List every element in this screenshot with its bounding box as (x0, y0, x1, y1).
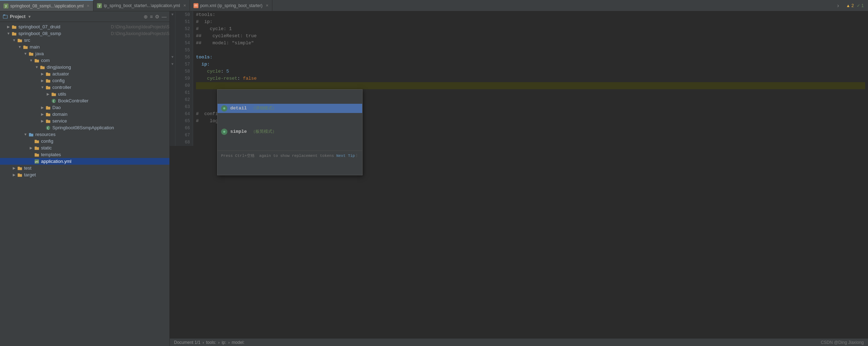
tab-overflow-button[interactable]: › (834, 2, 842, 9)
svg-point-51 (223, 131, 225, 133)
tree-item-test[interactable]: ▶ test (0, 165, 169, 171)
sidebar-project-label: Project (10, 14, 25, 19)
tree-item-domain[interactable]: ▶ domain (0, 111, 169, 118)
linenum-57: 57 (178, 61, 190, 68)
tab-pom-xml[interactable]: m pom.xml (ip_spring_boot_starter) ✕ (190, 0, 272, 11)
autocomplete-dropdown: detail （详细模式） simple （板简模式） (217, 89, 363, 175)
svg-rect-39 (35, 146, 37, 147)
tree-item-target[interactable]: ▶ target (0, 171, 169, 178)
code-lines[interactable]: #tools: # ip: # cycle: 1 ## cycleReset: … (193, 11, 868, 146)
tree-item-static[interactable]: ▶ static (0, 144, 169, 151)
label-springboot08: springboot_08_ssmp (18, 31, 109, 36)
tree-item-bookcontroller[interactable]: C BookController (0, 97, 169, 104)
ok-count[interactable]: ✓ 1 (857, 3, 864, 8)
arrow-dingjiaxiong: ▼ (34, 65, 40, 69)
tree-item-utils[interactable]: ▶ utils (0, 91, 169, 97)
linenum-65: 65 (178, 118, 190, 125)
svg-text:C: C (47, 126, 49, 130)
code-line-57: ip: (196, 61, 865, 68)
fold-57[interactable]: ▼ (170, 61, 175, 68)
folder-icon-controller (45, 85, 51, 90)
label-test: test (24, 165, 169, 171)
tab-close-1[interactable]: ✕ (87, 4, 89, 8)
arrow-domain: ▶ (40, 112, 45, 116)
svg-rect-12 (35, 59, 39, 62)
tree-item-dao[interactable]: ▶ Dao (0, 104, 169, 111)
label-java: java (35, 51, 169, 56)
warnings-area: ▲ 2 ✓ 1 (842, 3, 868, 8)
svg-rect-0 (3, 15, 7, 18)
linenum-51: 51 (178, 18, 190, 25)
tab-close-3[interactable]: ✕ (266, 4, 268, 7)
label-service: service (52, 118, 169, 124)
status-arrow-3: › (228, 340, 230, 345)
tree-item-service[interactable]: ▶ service (0, 118, 169, 124)
tree-item-springboot07[interactable]: ▶ springboot_07_druid D:\DingJiaxiong\Id… (0, 23, 169, 30)
svg-rect-3 (12, 25, 14, 26)
tree-item-main[interactable]: ▼ main (0, 44, 169, 50)
warning-count[interactable]: ▲ 2 (846, 3, 854, 8)
sidebar-action-sort[interactable]: ≡ (150, 14, 153, 19)
folder-icon-utils (51, 92, 57, 97)
status-bar: Document 1/1 › tools: › ip: › model: CSD… (170, 338, 868, 346)
tree-item-springbootapp[interactable]: C Springboot08SsmpApplication (0, 124, 169, 131)
label-target: target (24, 172, 169, 177)
folder-icon-com (34, 58, 40, 63)
tab-close-2[interactable]: ✕ (183, 4, 186, 7)
tree-item-templates[interactable]: templates (0, 151, 169, 158)
svg-rect-13 (35, 59, 37, 60)
svg-rect-40 (35, 154, 39, 157)
sidebar-action-options[interactable]: ⚙ (155, 14, 160, 19)
svg-rect-36 (35, 140, 39, 143)
sidebar-action-locate[interactable]: ⊕ (144, 14, 148, 19)
autocomplete-item-simple[interactable]: simple （板简模式） (218, 127, 362, 136)
svg-rect-6 (18, 39, 22, 42)
sidebar-dropdown-arrow[interactable]: ▼ (28, 15, 31, 19)
fold-50[interactable]: ▼ (170, 11, 175, 18)
status-breadcrumb: Document 1/1 › tools: › ip: › model: (174, 340, 244, 345)
sidebar-action-hide[interactable]: — (162, 14, 167, 19)
svg-rect-4 (12, 33, 16, 35)
tree-item-config-res[interactable]: config (0, 138, 169, 144)
folder-icon-src (17, 38, 23, 43)
svg-rect-22 (52, 93, 56, 96)
autocomplete-item-detail[interactable]: detail （详细模式） (218, 104, 362, 113)
svg-rect-41 (35, 153, 37, 154)
tab-icon-xml: m (193, 3, 198, 8)
tree-item-appyml[interactable]: yml application.yml (0, 158, 169, 165)
label-bookcontroller: BookController (58, 98, 169, 103)
tree-item-dingjiaxiong[interactable]: ▼ dingjiaxiong (0, 64, 169, 70)
ac-more-options[interactable]: ⋮ (355, 152, 359, 159)
svg-rect-1 (3, 15, 5, 16)
arrow-utils: ▶ (45, 92, 51, 96)
folder-icon-templates (34, 152, 40, 157)
sidebar-header: Project ▼ ⊕ ≡ ⚙ — (0, 11, 169, 22)
tree-item-springboot08[interactable]: ▼ springboot_08_ssmp D:\DingJiaxiong\Ide… (0, 30, 169, 37)
tree-item-controller[interactable]: ▼ controller (0, 84, 169, 91)
line-numbers: 50 51 52 53 54 55 56 57 58 59 60 61 62 6… (175, 11, 193, 146)
editor-content[interactable]: ▼ ▼ ▼ (170, 11, 868, 338)
arrow-com: ▼ (28, 58, 34, 62)
fold-56[interactable]: ▼ (170, 54, 175, 61)
label-springbootapp: Springboot08SsmpApplication (52, 125, 169, 130)
tree-item-config[interactable]: ▶ config (0, 77, 169, 84)
tab-application-yml-starter[interactable]: y ip_spring_boot_starter\...\application… (93, 0, 190, 11)
tree-item-com[interactable]: ▼ com (0, 57, 169, 64)
next-tip-link[interactable]: Next Tip (336, 154, 355, 158)
svg-rect-27 (46, 106, 48, 107)
folder-icon-main (23, 45, 28, 50)
code-line-54: ## model: "simple" (196, 40, 865, 47)
arrow-springboot07: ▶ (6, 25, 11, 29)
label-springboot07: springboot_07_druid (18, 24, 109, 29)
linenum-54: 54 (178, 40, 190, 47)
fold-53 (170, 33, 175, 40)
folder-icon-dao (45, 105, 51, 110)
tree-item-java[interactable]: ▼ java (0, 50, 169, 57)
tab-application-yml-ssmp[interactable]: y springboot_08_ssmp\...\application.yml… (0, 0, 93, 11)
ac-desc-detail: （详细模式） (251, 105, 277, 112)
folder-icon-test (17, 166, 23, 171)
tree-item-src[interactable]: ▼ src (0, 37, 169, 44)
tree-item-actuator[interactable]: ▶ actuator (0, 70, 169, 77)
tree-item-resources[interactable]: ▼ resources (0, 131, 169, 138)
svg-rect-26 (46, 107, 50, 109)
